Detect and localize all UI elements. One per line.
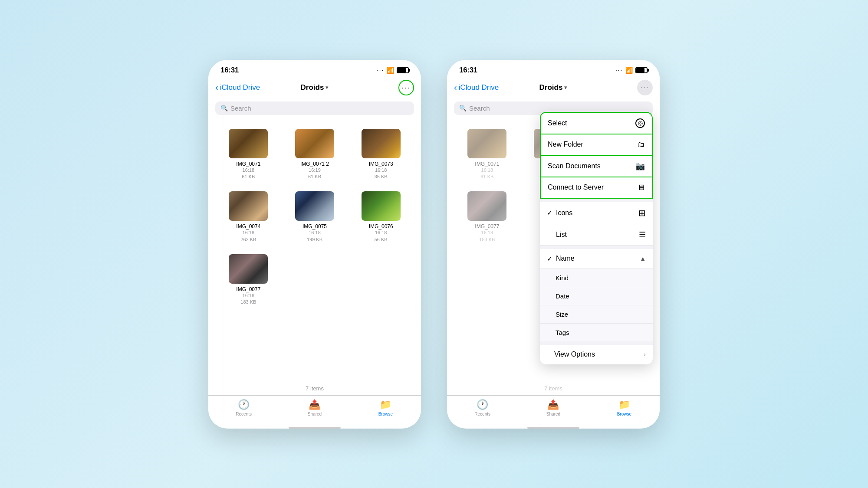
list-item[interactable]: IMG_0077 16:18183 KB [215,250,282,313]
tab-label-browse-right: Browse [617,412,631,416]
sort-name-left: ✓ Name [547,255,575,263]
menu-separator-3 [540,341,653,345]
file-meta: 16:1861 KB [242,167,255,180]
nav-title-left: Droids ▾ [301,83,329,92]
status-icons-left: ··· 📶 [377,67,409,74]
icons-icon: ⊞ [638,208,646,218]
wifi-icon-left: 📶 [387,67,394,74]
tab-label-recents-left: Recents [236,412,252,416]
back-label-left: iCloud Drive [220,83,260,92]
list-label: List [556,231,567,239]
file-thumbnail [362,129,401,158]
back-button-right[interactable]: ‹ iCloud Drive [454,82,499,92]
file-name: IMG_0071 [236,161,260,167]
file-thumbnail [467,129,506,158]
file-meta: 16:18183 KB [479,229,495,243]
signal-dots-left: ··· [377,67,384,73]
menu-item-icons[interactable]: ✓ Icons ⊞ [540,202,653,224]
view-options-chevron: › [644,351,646,358]
menu-item-scan-documents[interactable]: Scan Documents 📷 [540,156,653,177]
file-name: IMG_0071 [475,161,499,167]
shared-icon-left: 📤 [309,399,320,410]
tab-recents-right[interactable]: 🕐 Recents [465,399,500,416]
menu-item-view-options[interactable]: ✓ View Options › [540,345,653,364]
sort-name-check: ✓ [547,255,552,263]
new-folder-label: New Folder [548,141,583,148]
tab-browse-right[interactable]: 📁 Browse [607,399,641,416]
search-bar-left[interactable]: 🔍 Search [215,102,414,115]
tab-label-shared-right: Shared [546,412,560,416]
file-name: IMG_0071 2 [300,161,329,167]
items-count-left: 7 items [208,382,421,395]
title-chevron-left: ▾ [326,84,329,91]
list-item[interactable]: IMG_0075 16:18199 KB [282,187,348,250]
file-meta: 16:1835 KB [375,167,388,180]
search-container-left: 🔍 Search [208,99,421,120]
back-button-left[interactable]: ‹ iCloud Drive [215,82,260,92]
list-item[interactable]: IMG_0074 16:18262 KB [215,187,282,250]
icons-item-left: ✓ Icons [547,209,572,217]
list-item[interactable]: IMG_0076 16:1856 KB [348,187,414,250]
select-label: Select [548,119,567,127]
menu-item-connect-server[interactable]: Connect to Server 🖥 [540,177,653,199]
nav-bar-left: ‹ iCloud Drive Droids ▾ ··· [208,78,421,99]
file-thumbnail [229,129,268,158]
folder-name-left: Droids [301,83,324,92]
new-folder-icon: 🗂 [637,140,645,149]
back-chevron-right: ‹ [454,82,457,92]
search-icon-left: 🔍 [220,105,228,111]
tab-browse-left[interactable]: 📁 Browse [368,399,403,416]
icons-check: ✓ [547,209,552,217]
more-options-button-right[interactable]: ··· [637,80,653,95]
sort-date-label: Date [556,292,646,300]
menu-item-sort-name[interactable]: ✓ Name ▲ [540,249,653,269]
file-name: IMG_0077 [475,223,499,229]
sort-size-label: Size [556,311,646,318]
list-item[interactable]: IMG_0073 16:1835 KB [348,124,414,187]
file-thumbnail [229,191,268,221]
recents-icon-left: 🕐 [238,399,250,410]
back-chevron-left: ‹ [215,82,218,92]
home-indicator-right [527,427,579,429]
list-item[interactable]: IMG_0071 2 16:1961 KB [282,124,348,187]
view-options-label: View Options [554,350,644,358]
left-phone: 16:31 ··· 📶 ‹ iCloud Drive Droids ▾ ··· … [208,60,421,429]
list-item-left: ✓ List [547,230,567,239]
file-meta: 16:1861 KB [480,167,493,180]
menu-item-sort-date[interactable]: Date [540,287,653,305]
connect-server-label: Connect to Server [548,183,604,191]
wifi-icon-right: 📶 [625,67,633,74]
menu-item-list[interactable]: ✓ List ☰ [540,224,653,246]
dropdown-menu: Select ◎ New Folder 🗂 Scan Documents 📷 C… [540,112,653,364]
list-item: IMG_0077 16:18183 KB [454,187,520,250]
search-icon-right: 🔍 [459,105,467,111]
battery-icon-right [635,67,648,73]
browse-icon-right: 📁 [618,399,630,410]
menu-item-select[interactable]: Select ◎ [540,112,653,134]
file-grid-left: IMG_0071 16:1861 KB IMG_0071 2 16:1961 K… [208,120,421,382]
tab-recents-left[interactable]: 🕐 Recents [227,399,261,416]
menu-separator-1 [540,199,653,202]
tab-shared-right[interactable]: 📤 Shared [536,399,571,416]
title-chevron-right: ▾ [564,84,567,91]
file-name: IMG_0074 [236,223,260,229]
battery-fill-left [398,68,406,72]
battery-icon-left [397,67,409,73]
sort-name-label: Name [556,255,575,262]
menu-item-sort-tags[interactable]: Tags [540,324,653,341]
nav-title-right: Droids ▾ [539,83,568,92]
list-item[interactable]: IMG_0071 16:1861 KB [215,124,282,187]
tab-label-browse-left: Browse [378,412,393,416]
list-item: IMG_0071 16:1861 KB [454,124,520,187]
file-name: IMG_0073 [369,161,393,167]
menu-item-new-folder[interactable]: New Folder 🗂 [540,134,653,156]
tab-shared-left[interactable]: 📤 Shared [297,399,332,416]
ellipsis-icon-left: ··· [401,84,411,92]
nav-actions-right: ··· [637,80,653,95]
status-bar-right: 16:31 ··· 📶 [447,60,660,78]
menu-item-sort-size[interactable]: Size [540,305,653,324]
menu-item-sort-kind[interactable]: Kind [540,269,653,287]
nav-actions-left: ··· [398,80,414,95]
more-options-button-left[interactable]: ··· [398,80,414,95]
status-time-right: 16:31 [459,66,477,75]
